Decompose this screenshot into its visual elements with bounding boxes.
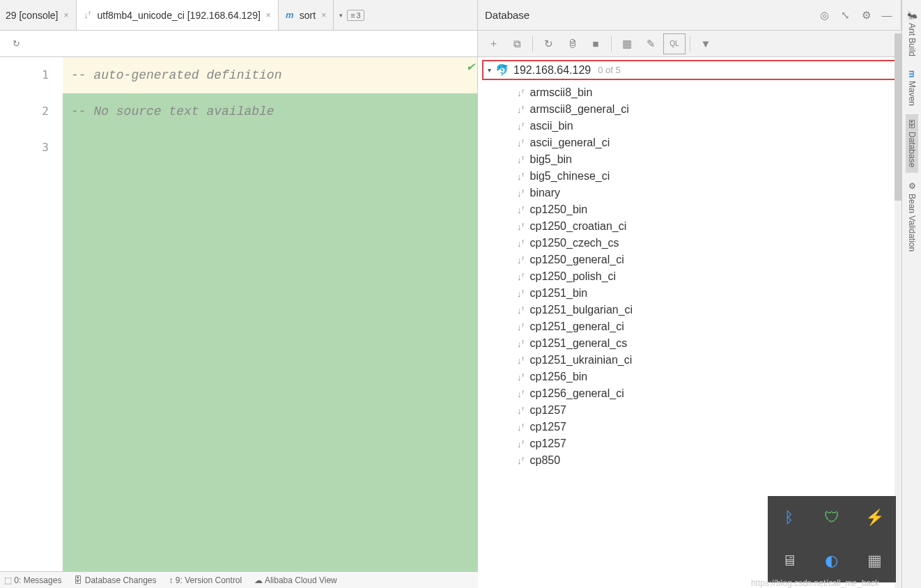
bluetooth-icon[interactable]: ᛒ — [768, 496, 810, 539]
scrollbar-thumb[interactable] — [895, 33, 901, 201]
editor-area[interactable]: 1 2 3 ✔ -- auto-generated definition -- … — [0, 57, 477, 588]
tabs-count: ≡3 — [347, 10, 364, 21]
grid-icon[interactable]: ▦ — [853, 539, 896, 582]
collation-item[interactable]: ↓ᶠcp1257 — [478, 402, 901, 419]
editor-tabs: 29 [console] × ↓ᶠ utf8mb4_unicode_ci [19… — [0, 0, 477, 31]
database-header: Database ◎ ⤡ ⚙ — — [478, 0, 901, 31]
gear-icon[interactable]: ⚙ — [859, 8, 873, 22]
collation-item[interactable]: ↓ᶠcp1251_general_ci — [478, 318, 901, 335]
ql-icon[interactable]: QL — [663, 33, 686, 54]
collation-item[interactable]: ↓ᶠcp1257 — [478, 419, 901, 435]
app-icon[interactable]: ◐ — [810, 539, 853, 582]
close-icon[interactable]: × — [63, 10, 70, 20]
m-icon: m — [284, 10, 295, 21]
copy-button[interactable]: ⧉ — [506, 33, 528, 54]
tab-sort[interactable]: m sort × — [279, 0, 334, 30]
collation-item[interactable]: ↓ᶠcp1256_general_ci — [478, 385, 901, 402]
check-icon: ✔ — [467, 59, 474, 74]
collation-item[interactable]: ↓ᶠcp1251_ukrainian_ci — [478, 352, 901, 369]
collation-item[interactable]: ↓ᶠascii_bin — [478, 118, 901, 134]
collation-item[interactable]: ↓ᶠbinary — [478, 185, 901, 201]
collation-item[interactable]: ↓ᶠcp1250_croatian_ci — [478, 218, 901, 235]
collation-label: cp1251_bulgarian_ci — [530, 304, 633, 316]
add-button[interactable]: ＋ — [482, 33, 504, 54]
collation-label: cp1250_czech_cs — [530, 237, 619, 249]
tab-console[interactable]: 29 [console] × — [0, 0, 77, 30]
collation-label: cp1251_bin — [530, 287, 588, 300]
connection-host: 192.168.64.129 — [513, 64, 591, 77]
collation-label: cp1250_bin — [530, 203, 588, 216]
status-version-control[interactable]: ↕ 9: Version Control — [169, 575, 242, 585]
collation-label: big5_bin — [530, 153, 573, 166]
sort-icon: ↓ᶠ — [517, 238, 525, 249]
collapse-icon[interactable]: ⤡ — [838, 8, 852, 22]
tab-collation[interactable]: ↓ᶠ utf8mb4_unicode_ci [192.168.64.129] × — [77, 0, 279, 30]
close-icon[interactable]: × — [265, 10, 272, 20]
code-body[interactable]: ✔ -- auto-generated definition -- No sou… — [63, 57, 477, 588]
collation-item[interactable]: ↓ᶠbig5_bin — [478, 151, 901, 168]
collation-item[interactable]: ↓ᶠcp1251_bulgarian_ci — [478, 302, 901, 318]
collation-item[interactable]: ↓ᶠcp1251_bin — [478, 285, 901, 302]
collation-label: armscii8_general_ci — [530, 103, 629, 116]
editor-pane: 29 [console] × ↓ᶠ utf8mb4_unicode_ci [19… — [0, 0, 478, 588]
database-toolbar: ＋ ⧉ ↻ 🛢 ■ ▦ ✎ QL ▼ — [478, 31, 901, 57]
sort-icon: ↓ᶠ — [517, 255, 525, 265]
sort-icon: ↓ᶠ — [517, 155, 525, 165]
toolwin-database[interactable]: 🗄Database — [906, 114, 918, 173]
collation-item[interactable]: ↓ᶠarmscii8_general_ci — [478, 101, 901, 118]
table-icon[interactable]: ▦ — [616, 33, 638, 54]
collation-label: cp1251_ukrainian_ci — [530, 354, 633, 366]
collation-item[interactable]: ↓ᶠcp1250_czech_cs — [478, 235, 901, 252]
sort-icon: ↓ᶠ — [517, 121, 525, 132]
minimize-icon[interactable]: — — [880, 8, 894, 22]
sort-icon: ↓ᶠ — [517, 422, 525, 433]
database-icon: 🗄 — [907, 120, 917, 129]
sort-icon: ↓ᶠ — [517, 105, 525, 115]
collation-label: cp1257 — [530, 404, 567, 417]
sort-icon: ↓ᶠ — [517, 305, 525, 316]
shield-icon[interactable]: 🛡 — [810, 496, 853, 539]
toolwin-ant-build[interactable]: 🐜Ant Build — [906, 4, 918, 62]
tool-window-bar: 🐜Ant Build mMaven 🗄Database ⚙Bean Valida… — [901, 0, 921, 588]
sort-icon: ↓ᶠ — [517, 188, 525, 199]
status-bar: ⬚ 0: Messages 🗄 Database Changes ↕ 9: Ve… — [0, 571, 478, 588]
line-number: 3 — [0, 130, 49, 166]
sort-icon: ↓ᶠ — [517, 138, 525, 148]
code-line: -- auto-generated definition — [63, 57, 477, 93]
status-cloud-view[interactable]: ☁ Alibaba Cloud View — [254, 575, 337, 585]
connection-node[interactable]: ▾ 🐬 192.168.64.129 0 of 5 — [482, 60, 897, 80]
toolwin-maven[interactable]: mMaven — [906, 65, 918, 111]
collation-item[interactable]: ↓ᶠcp850 — [478, 452, 901, 469]
edit-icon[interactable]: ✎ — [640, 33, 662, 54]
collation-item[interactable]: ↓ᶠcp1250_bin — [478, 201, 901, 218]
close-icon[interactable]: × — [320, 10, 327, 20]
usb-icon[interactable]: 🖥 — [768, 539, 810, 582]
collation-label: cp1251_general_cs — [530, 337, 628, 350]
collation-label: cp1250_polish_ci — [530, 270, 617, 283]
status-db-changes[interactable]: 🗄 Database Changes — [74, 575, 156, 585]
collation-item[interactable]: ↓ᶠcp1251_general_cs — [478, 335, 901, 352]
status-messages[interactable]: ⬚ 0: Messages — [4, 575, 61, 585]
collation-item[interactable]: ↓ᶠcp1256_bin — [478, 369, 901, 385]
collation-item[interactable]: ↓ᶠbig5_chinese_ci — [478, 168, 901, 185]
collation-item[interactable]: ↓ᶠascii_general_ci — [478, 134, 901, 151]
refresh-button[interactable]: ↻ — [6, 33, 26, 54]
filter-icon[interactable]: ▼ — [695, 33, 717, 54]
collation-item[interactable]: ↓ᶠcp1250_polish_ci — [478, 268, 901, 285]
collation-label: big5_chinese_ci — [530, 170, 610, 183]
collation-item[interactable]: ↓ᶠarmscii8_bin — [478, 84, 901, 101]
tab-label: sort — [300, 10, 316, 21]
collation-item[interactable]: ↓ᶠcp1250_general_ci — [478, 252, 901, 268]
wave-icon[interactable]: ⚡ — [853, 496, 896, 539]
tab-label: 29 [console] — [6, 10, 59, 21]
collation-label: armscii8_bin — [530, 86, 593, 99]
connection-count: 0 of 5 — [598, 65, 621, 75]
collation-item[interactable]: ↓ᶠcp1257 — [478, 435, 901, 452]
target-icon[interactable]: ◎ — [817, 8, 831, 22]
tab-label: utf8mb4_unicode_ci [192.168.64.129] — [98, 10, 261, 21]
tabs-dropdown[interactable]: ▾ ≡3 — [336, 10, 364, 21]
wrench-icon[interactable]: 🛢 — [561, 33, 583, 54]
stop-button[interactable]: ■ — [585, 33, 607, 54]
toolwin-bean-validation[interactable]: ⚙Bean Validation — [906, 176, 918, 257]
refresh-button[interactable]: ↻ — [537, 33, 559, 54]
